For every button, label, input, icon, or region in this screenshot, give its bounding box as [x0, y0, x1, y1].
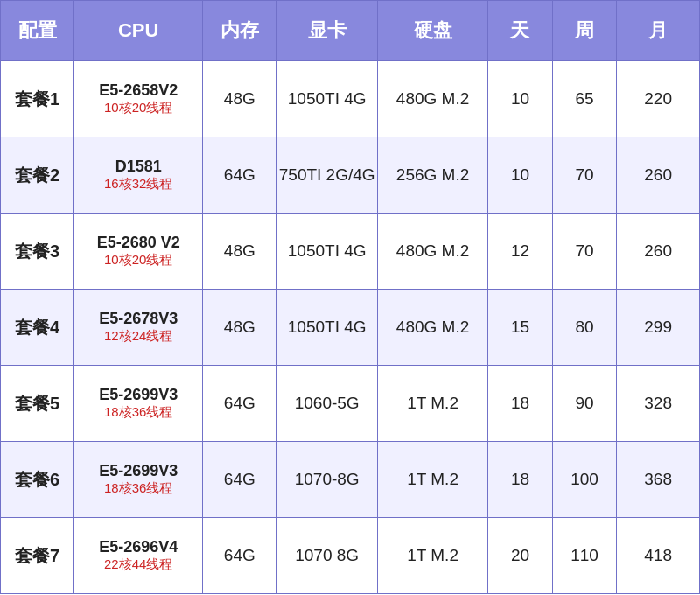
pkg-name: 套餐6	[1, 442, 74, 518]
ram-cell: 64G	[203, 137, 276, 214]
gpu-cell: 1070 8G	[276, 518, 378, 594]
header-month: 月	[617, 1, 700, 61]
month-price: 260	[617, 214, 700, 290]
cpu-cell: E5-2678V312核24线程	[74, 290, 203, 366]
table-row: 套餐3E5-2680 V210核20线程48G1050TI 4G480G M.2…	[1, 214, 700, 290]
gpu-cell: 1050TI 4G	[276, 214, 378, 290]
cpu-cell: E5-2658V210核20线程	[74, 61, 203, 137]
header-config: 配置	[1, 1, 74, 61]
ram-cell: 48G	[203, 214, 276, 290]
pkg-name: 套餐2	[1, 137, 74, 214]
table-header: 配置 CPU 内存 显卡 硬盘 天 周 月	[1, 1, 700, 61]
pkg-name: 套餐5	[1, 366, 74, 442]
disk-cell: 1T M.2	[378, 518, 488, 594]
gpu-cell: 1060-5G	[276, 366, 378, 442]
ram-cell: 64G	[203, 442, 276, 518]
table-row: 套餐1E5-2658V210核20线程48G1050TI 4G480G M.21…	[1, 61, 700, 137]
pkg-name: 套餐1	[1, 61, 74, 137]
gpu-cell: 1050TI 4G	[276, 290, 378, 366]
disk-cell: 480G M.2	[378, 61, 488, 137]
day-price: 18	[488, 366, 553, 442]
disk-cell: 1T M.2	[378, 442, 488, 518]
table-row: 套餐2D158116核32线程64G750TI 2G/4G256G M.2107…	[1, 137, 700, 214]
gpu-cell: 1050TI 4G	[276, 61, 378, 137]
cpu-cell: E5-2699V318核36线程	[74, 366, 203, 442]
disk-cell: 1T M.2	[378, 366, 488, 442]
month-price: 260	[617, 137, 700, 214]
day-price: 12	[488, 214, 553, 290]
week-price: 70	[552, 214, 617, 290]
day-price: 10	[488, 61, 553, 137]
header-disk: 硬盘	[378, 1, 488, 61]
week-price: 100	[552, 442, 617, 518]
gpu-cell: 750TI 2G/4G	[276, 137, 378, 214]
month-price: 220	[617, 61, 700, 137]
ram-cell: 48G	[203, 61, 276, 137]
header-cpu: CPU	[74, 1, 203, 61]
disk-cell: 480G M.2	[378, 290, 488, 366]
header-gpu: 显卡	[276, 1, 378, 61]
table-row: 套餐7E5-2696V422核44线程64G1070 8G1T M.220110…	[1, 518, 700, 594]
month-price: 299	[617, 290, 700, 366]
week-price: 70	[552, 137, 617, 214]
day-price: 20	[488, 518, 553, 594]
table-row: 套餐6E5-2699V318核36线程64G1070-8G1T M.218100…	[1, 442, 700, 518]
month-price: 328	[617, 366, 700, 442]
cpu-cell: E5-2699V318核36线程	[74, 442, 203, 518]
table-row: 套餐4E5-2678V312核24线程48G1050TI 4G480G M.21…	[1, 290, 700, 366]
gpu-cell: 1070-8G	[276, 442, 378, 518]
ram-cell: 48G	[203, 290, 276, 366]
week-price: 80	[552, 290, 617, 366]
header-day: 天	[488, 1, 553, 61]
day-price: 15	[488, 290, 553, 366]
table-row: 套餐5E5-2699V318核36线程64G1060-5G1T M.218903…	[1, 366, 700, 442]
week-price: 90	[552, 366, 617, 442]
week-price: 65	[552, 61, 617, 137]
disk-cell: 480G M.2	[378, 214, 488, 290]
cpu-cell: D158116核32线程	[74, 137, 203, 214]
ram-cell: 64G	[203, 518, 276, 594]
pkg-name: 套餐7	[1, 518, 74, 594]
pkg-name: 套餐3	[1, 214, 74, 290]
day-price: 18	[488, 442, 553, 518]
month-price: 368	[617, 442, 700, 518]
pkg-name: 套餐4	[1, 290, 74, 366]
header-week: 周	[552, 1, 617, 61]
header-ram: 内存	[203, 1, 276, 61]
week-price: 110	[552, 518, 617, 594]
day-price: 10	[488, 137, 553, 214]
month-price: 418	[617, 518, 700, 594]
cpu-cell: E5-2696V422核44线程	[74, 518, 203, 594]
ram-cell: 64G	[203, 366, 276, 442]
cpu-cell: E5-2680 V210核20线程	[74, 214, 203, 290]
disk-cell: 256G M.2	[378, 137, 488, 214]
